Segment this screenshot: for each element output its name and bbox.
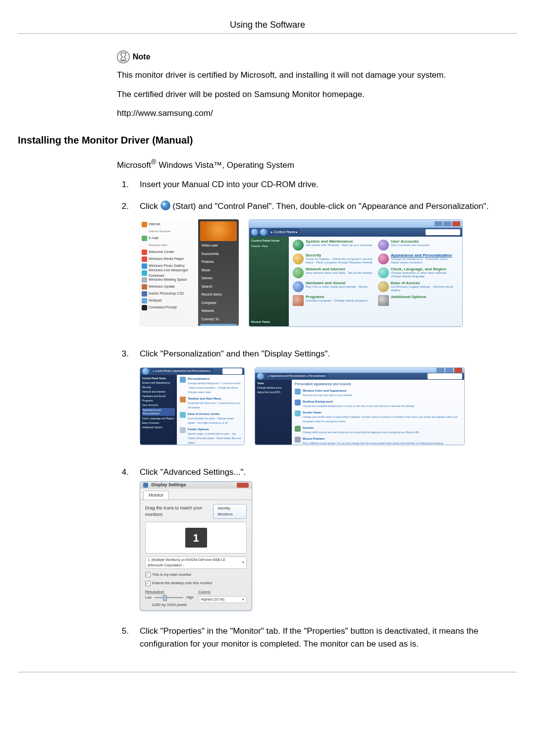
svg-rect-1	[122, 59, 125, 60]
min-button[interactable]	[434, 221, 442, 226]
resolution-slider[interactable]: Low High	[145, 595, 194, 601]
header-rule	[18, 33, 517, 34]
extend-desktop-check[interactable]: Extend the desktop onto this monitor	[145, 580, 247, 586]
personalization-sidebar: Tasks Change desktop icons Adjust font s…	[255, 380, 292, 445]
drag-text: Drag the icons to match your monitors.	[145, 505, 210, 518]
step-num: 4.	[117, 466, 129, 616]
back-button[interactable]	[142, 368, 149, 375]
step-num: 5.	[117, 625, 129, 650]
tab-row: Monitor	[140, 489, 252, 501]
step-text: Click "Properties" in the "Monitor" tab.…	[140, 625, 497, 650]
screenshot-appearance: ▸ Control Panel ▸ Appearance and Persona…	[140, 367, 245, 445]
screenshot-start-menu: Internet Internet Explorer E-mail Window…	[140, 219, 239, 326]
step-text: Click "Advanced Settings...". Display Se…	[140, 466, 497, 616]
main-monitor-check[interactable]: This is my main monitor	[145, 572, 247, 577]
step-1: 1. Insert your Manual CD into your CD-RO…	[117, 178, 497, 191]
search-box[interactable]	[428, 373, 462, 379]
monitor-tab[interactable]: Monitor	[143, 491, 169, 500]
screenshot-display-settings: Display Settings Monitor Drag the icons …	[140, 481, 252, 611]
section-title: Installing the Monitor Driver (Manual)	[18, 135, 517, 146]
back-button[interactable]	[251, 229, 258, 236]
step-text: Click "Personalization" and then "Displa…	[140, 348, 497, 457]
back-button[interactable]	[257, 373, 264, 380]
identify-monitors-button[interactable]: Identify Monitors	[213, 504, 247, 519]
note-line-2: The certified driver will be posted on S…	[117, 89, 497, 101]
dialog-titlebar: Display Settings	[140, 482, 252, 489]
note-icon	[117, 50, 130, 63]
window-nav: ▸ Control Panel ▸	[249, 228, 462, 237]
note-row: Note	[117, 50, 497, 63]
os-mid: Windows Vista™, Operating System	[156, 160, 294, 170]
resolution-label: Resolution:	[145, 589, 194, 595]
step-2: 2. Click (Start) and "Control Panel". Th…	[117, 200, 497, 339]
appearance-main: PersonalizationChange desktop background…	[177, 375, 244, 445]
max-button[interactable]	[443, 221, 451, 226]
step-4: 4. Click "Advanced Settings...". Display…	[117, 466, 497, 616]
resolution-value: 1280 by 1024 pixels	[145, 602, 194, 608]
max-button[interactable]	[445, 368, 453, 373]
appearance-sidebar: Control Panel Home System and Maintenanc…	[140, 375, 177, 445]
breadcrumb[interactable]: ▸ Control Panel ▸	[269, 229, 300, 236]
step-num: 3.	[117, 348, 129, 457]
personalization-link[interactable]: PersonalizationChange desktop background…	[180, 377, 241, 395]
step-text: Insert your Manual CD into your CD-ROM d…	[140, 178, 497, 191]
personalization-main: Personalize appearance and sounds Window…	[292, 380, 464, 445]
colors-label: Colors:	[199, 589, 247, 595]
forward-button[interactable]	[260, 229, 267, 236]
step2-pre: Click	[140, 202, 160, 211]
close-button[interactable]	[452, 221, 460, 226]
step-num: 2.	[117, 200, 129, 339]
step-5: 5. Click "Properties" in the "Monitor" t…	[117, 625, 497, 650]
step-text: Click (Start) and "Control Panel". Then,…	[140, 200, 497, 339]
note-line-3: http://www.samsung.com/	[117, 107, 497, 120]
start-menu-right: Video-user Documents Pictures Music Game…	[198, 219, 239, 326]
control-panel-item[interactable]: Control Panel	[200, 324, 237, 326]
note-label: Note	[133, 52, 151, 61]
footer-rule	[18, 672, 517, 672]
min-button[interactable]	[436, 368, 444, 373]
step-num: 1.	[117, 178, 129, 191]
colors-select[interactable]: Highest (32 bit)	[199, 596, 247, 604]
close-button[interactable]	[237, 483, 249, 488]
search-box[interactable]	[426, 229, 460, 235]
monitor-select[interactable]: 1. (Multiple Monitors) on NVIDIA GeForce…	[145, 556, 247, 569]
cp-main: System and MaintenanceGet started with W…	[289, 237, 462, 326]
screenshot-personalization: ▸ Appearance and Personalization ▸ Perso…	[255, 367, 465, 445]
window-titlebar	[249, 220, 462, 228]
monitor-arrangement[interactable]: 1	[145, 522, 247, 554]
monitor-1-icon[interactable]: 1	[185, 528, 207, 548]
cp-sidebar: Control Panel Home Classic View Recent T…	[249, 237, 289, 326]
page-header: Using the Software	[18, 20, 517, 30]
step2-post: (Start) and "Control Panel". Then, doubl…	[172, 202, 488, 211]
breadcrumb[interactable]: ▸ Control Panel ▸ Appearance and Persona…	[151, 368, 213, 374]
breadcrumb[interactable]: ▸ Appearance and Personalization ▸ Perso…	[266, 373, 327, 379]
search-box[interactable]	[222, 368, 242, 374]
os-prefix: Microsoft	[117, 160, 151, 170]
screenshot-control-panel: ▸ Control Panel ▸ Control Panel Home Cla…	[249, 219, 463, 327]
os-line: Microsoft® Windows Vista™, Operating Sys…	[117, 157, 497, 171]
start-user-picture	[200, 221, 237, 241]
dialog-title: Display Settings	[143, 482, 186, 489]
reg-mark: ®	[151, 158, 156, 166]
recent-tasks: Recent Tasks	[251, 320, 270, 324]
step-3: 3. Click "Personalization" and then "Dis…	[117, 348, 497, 457]
display-icon	[143, 483, 148, 488]
close-button[interactable]	[454, 368, 462, 373]
start-orb-icon	[160, 201, 170, 210]
note-line-1: This monitor driver is certified by Micr…	[117, 69, 497, 82]
start-menu-left: Internet Internet Explorer E-mail Window…	[140, 219, 198, 326]
appearance-personalization[interactable]: Appearance and PersonalizationChange the…	[378, 253, 458, 264]
